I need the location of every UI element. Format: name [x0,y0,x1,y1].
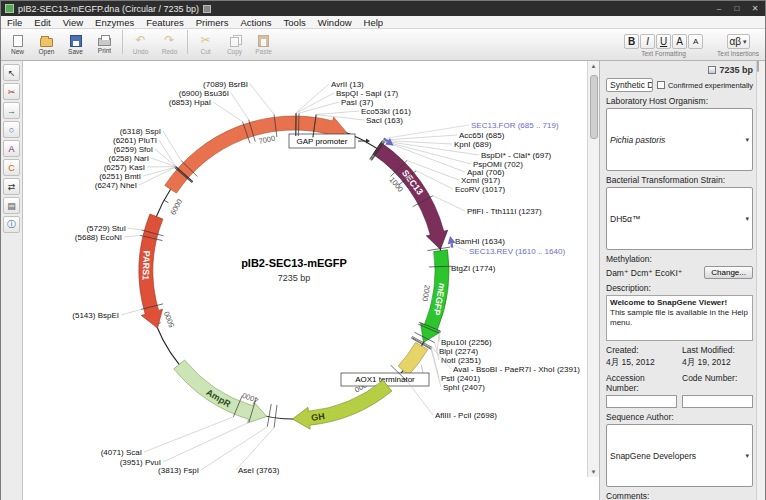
enzyme-label-fspi[interactable]: (3813) FspI [158,466,199,475]
menu-tools[interactable]: Tools [278,16,312,29]
map-scroll-thumb[interactable] [590,75,598,139]
text-color-button[interactable]: A [672,34,687,49]
strands-tool-icon[interactable]: ⇄ [3,178,20,195]
open-button[interactable]: Open [32,30,61,59]
menu-help[interactable]: Help [358,16,390,29]
enzyme-label-bsu36i[interactable]: (6900) Bsu36I [179,89,229,98]
colors-tool-icon[interactable]: C [3,159,20,176]
enzyme-label-pvui[interactable]: (3951) PvuI [120,458,161,467]
enzyme-label-eco53ki[interactable]: Eco53kI (161) [361,107,411,116]
orf-tool-icon[interactable]: ○ [3,121,20,138]
enzyme-label-hpai[interactable]: (6853) HpaI [169,98,211,107]
pointer-tool-icon[interactable]: ↖ [3,64,20,81]
enzyme-label-bamhi[interactable]: BamHI (1634) [455,237,505,246]
enzyme-label-scai[interactable]: (4071) ScaI [101,448,142,457]
enzyme-label-avrii[interactable]: AvrII (13) [331,80,364,89]
enzyme-label-kpni[interactable]: KpnI (689) [454,140,492,149]
italic-button[interactable]: I [640,34,655,49]
new-button[interactable]: New [3,30,32,59]
feature-ampr[interactable] [174,360,267,423]
feature-label-pars1[interactable]: PARS1 [140,251,151,281]
minimize-button[interactable]: – [713,4,725,13]
save-button[interactable]: Save [61,30,90,59]
sequence-author-dropdown[interactable]: SnapGene Developers ▾ [606,424,753,487]
primer-label-sec13-for[interactable]: SEC13.FOR (685 .. 719) [471,121,559,130]
code-number-field[interactable] [682,395,753,408]
paste-button[interactable]: Paste [249,30,278,59]
menu-edit[interactable]: Edit [28,16,56,29]
menu-actions[interactable]: Actions [234,16,277,29]
translation-tool-icon[interactable]: A [3,140,20,157]
enzyme-label-sspi[interactable]: (6318) SspI [120,127,161,136]
redo-button[interactable]: ↷Redo [155,30,184,59]
greek-insert-button[interactable]: αβ▾ [727,34,750,49]
enzyme-label-bpu10i[interactable]: Bpu10I (2256) [441,338,492,347]
enzyme-label-acc65i[interactable]: Acc65I (685) [459,131,505,140]
menu-enzymes[interactable]: Enzymes [89,16,140,29]
enzyme-label-sphi[interactable]: SphI (2407) [443,383,485,392]
underline-button[interactable]: U [656,34,671,49]
plasmid-map-svg[interactable]: 1000200030004000500060007000GAP promoter… [23,61,589,477]
enzyme-label-pflfi-tth111i[interactable]: PflFI - Tth111I (1237) [467,207,542,216]
menu-window[interactable]: Window [312,16,358,29]
change-methylation-button[interactable]: Change... [704,266,753,279]
enzyme-label-pluti[interactable]: (6261) PluTI [113,136,157,145]
confirmed-experimentally-checkbox[interactable]: Confirmed experimentally [657,81,753,90]
enzyme-label-bspqi-sapi[interactable]: BspQI - SapI (17) [336,89,399,98]
feature-sec13[interactable] [373,143,448,250]
primer-label-sec13-rev[interactable]: SEC13.REV (1610 .. 1640) [469,247,565,256]
print-button[interactable]: Print [90,30,119,59]
menu-view[interactable]: View [57,16,89,29]
copy-button[interactable]: Copy [220,30,249,59]
panel-scroll-thumb[interactable] [757,60,759,72]
enzyme-label-nari[interactable]: (6258) NarI [108,154,148,163]
enzyme-label-avai-bsobi-paer7i-xhoi[interactable]: AvaI - BsoBI - PaeR7I - XhoI (2391) [453,365,580,374]
menu-features[interactable]: Features [140,16,190,29]
bold-button[interactable]: B [624,34,639,49]
cut-button[interactable]: ✂Cut [191,30,220,59]
dna-type-dropdown[interactable]: Synthetic DNA ▾ [606,78,653,92]
enzyme-label-sfoi[interactable]: (6259) SfoI [113,145,153,154]
close-button[interactable]: ✕ [749,4,761,13]
enzymes-tool-icon[interactable]: ✂ [3,83,20,100]
text-size-button[interactable]: A [688,34,703,49]
enzyme-label-nhei[interactable]: (6247) NheI [95,181,137,190]
maximize-button[interactable]: □ [731,4,743,13]
scroll-up-icon[interactable]: ▲ [591,61,597,71]
cut-icon: ✂ [200,34,210,47]
features-tool-icon[interactable]: → [3,102,20,119]
enzyme-label-saci[interactable]: SacI (163) [366,116,403,125]
enzyme-label-afliii-pcii[interactable]: AflIII - PciI (2698) [435,411,497,420]
enzyme-label-kasi[interactable]: (6257) KasI [104,163,145,172]
map-vertical-scrollbar[interactable]: ▲ ▼ [587,61,599,477]
enzyme-label-stui[interactable]: (5729) StuI [86,224,126,233]
scroll-down-icon[interactable]: ▼ [591,467,597,477]
enzyme-label-bspei[interactable]: (5143) BspEI [72,311,119,320]
panel-scrollbar[interactable] [756,61,765,500]
enzyme-label-bmti[interactable]: (6251) BmtI [99,172,141,181]
enzyme-label-ecorv[interactable]: EcoRV (1017) [455,185,505,194]
feature-aox1-terminator[interactable] [398,342,428,375]
enzyme-label-xcmi[interactable]: XcmI (917) [461,176,500,185]
info-tool-icon[interactable]: ⓘ [3,216,20,233]
enzyme-label-bspdi-clai[interactable]: BspDI* - ClaI* (697) [481,151,552,160]
accession-number-field[interactable] [606,395,677,408]
enzyme-label-noti[interactable]: NotI (2351) [441,356,481,365]
enzyme-label-pasi[interactable]: PasI (37) [341,98,374,107]
menu-primers[interactable]: Primers [190,16,235,29]
enzyme-label-econi[interactable]: (5688) EcoNI [75,233,122,242]
transformation-strain-dropdown[interactable]: DH5α™ ▾ [606,187,753,250]
menu-file[interactable]: File [1,16,28,29]
layout-tool-icon[interactable]: ▤ [3,197,20,214]
window-controls: –□✕ [713,4,761,13]
plasmid-map-canvas[interactable]: 1000200030004000500060007000GAP promoter… [23,61,589,477]
feature-gh[interactable] [292,380,392,429]
undo-button[interactable]: ↶Undo [126,30,155,59]
enzyme-label-blpi[interactable]: BlpI (2274) [439,347,478,356]
host-organism-dropdown[interactable]: Pichia pastoris ▾ [606,108,753,171]
enzyme-label-psti[interactable]: PstI (2401) [441,374,480,383]
enzyme-label-asei[interactable]: AseI (3763) [238,466,280,475]
feature-label-gap-promoter[interactable]: GAP promoter [296,137,347,146]
enzyme-label-bsrbi[interactable]: (7089) BsrBI [203,80,248,89]
enzyme-label-btgzi[interactable]: BtgZI (1774) [451,264,496,273]
